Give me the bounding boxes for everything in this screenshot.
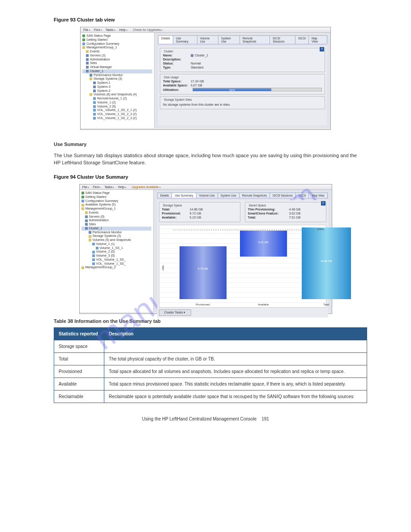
tree-node[interactable]: VOL_Volume_1_SS_2_1 (2)	[82, 108, 152, 112]
bar-total: 14.88 GB	[302, 227, 351, 299]
tree-node[interactable]: System-3	[82, 85, 152, 89]
tree-node[interactable]: Cluster_1	[82, 69, 152, 73]
sites-fieldset: Storage System Sites No storage systems …	[160, 96, 325, 109]
tab-iscsi-sessions[interactable]: iSCSI Sessions	[270, 193, 296, 198]
tree-node[interactable]: Administration	[82, 58, 152, 62]
desc-key: Description:	[163, 58, 190, 61]
tree-node[interactable]: Volume_3 (0)	[81, 254, 151, 258]
tree-node[interactable]: Volume_2 (0)	[82, 105, 152, 109]
tab-details[interactable]: Details	[157, 193, 172, 198]
tree-node[interactable]: VOL_Volume_1_SS_2_2 (2)	[82, 112, 152, 116]
st-total-v: 14.88 GB	[189, 208, 203, 211]
tree-node[interactable]: System-2	[82, 89, 152, 93]
tab-iscsi[interactable]: iSCSI	[295, 193, 309, 198]
tree-node[interactable]: Configuration Summary	[82, 42, 152, 46]
tab-bar2: DetailsUse SummaryVolume UseSystem UseRe…	[157, 193, 328, 198]
tree-node[interactable]: ManagementGroup_2	[81, 266, 151, 270]
tree-node[interactable]: Administration	[81, 219, 151, 223]
tree-node[interactable]: Volumes (8) and Snapshots (4)	[82, 93, 152, 97]
menu-file[interactable]: File	[83, 28, 90, 31]
tree-node[interactable]: ManagementGroup_1	[81, 207, 151, 211]
nav-tree[interactable]: SAN Status PageGetting StartedConfigurat…	[81, 33, 154, 128]
tab-volume-use[interactable]: Volume Use	[196, 193, 218, 198]
tab-map-view[interactable]: Map View	[308, 35, 327, 44]
tree-node[interactable]: Servers (0)	[81, 215, 151, 219]
tab-remote-snapshots[interactable]: Remote Snapshots	[239, 193, 270, 198]
tree-node[interactable]: VOL_Volume_1_SS_2_3 (2)	[82, 116, 152, 120]
tree-node[interactable]: Storage Systems (3)	[81, 234, 151, 238]
tree-node[interactable]: VOL_Volume_1_SS_	[81, 258, 151, 262]
pct-line-label: 100%	[317, 228, 324, 231]
tree-node[interactable]: Performance Monitor	[81, 231, 151, 235]
table-cell: Reclaimable	[54, 390, 104, 403]
st-total-k: Total:	[162, 208, 189, 211]
nav-tree2[interactable]: SAN Status PageGetting StartedConfigurat…	[80, 190, 154, 312]
tree-node[interactable]: Servers (2)	[82, 54, 152, 58]
sv-sc-v: 3.02 GB	[289, 212, 300, 215]
table-cell: The total physical capacity of the clust…	[104, 353, 367, 365]
tab-volume-use[interactable]: Volume Use	[197, 35, 219, 44]
y-axis-label: GBs	[161, 265, 164, 270]
bar-avail-label: 5.15 GB	[240, 241, 287, 244]
tree-node[interactable]: Cluster_1	[81, 227, 151, 231]
tree-node[interactable]: SAN Status Page	[81, 191, 151, 195]
tab-map-view[interactable]: Map View	[308, 193, 327, 198]
tree-node[interactable]: Volumes (5) and Snapshots	[81, 238, 151, 242]
tree-node[interactable]: VOL_Volume_1_SS_	[81, 262, 151, 266]
tree-node[interactable]: System-1	[82, 81, 152, 85]
cluster-tasks-button[interactable]: Cluster Tasks ▾	[159, 309, 191, 316]
tree-node[interactable]: Volume_2 (0)	[81, 250, 151, 254]
menu-tasks[interactable]: Tasks	[106, 28, 116, 31]
menu-find[interactable]: Find	[93, 185, 101, 189]
xlabel-prov: Provisioned	[180, 303, 227, 306]
storage-space-fieldset: Storage Space Total: 14.88 GB Provisione…	[159, 202, 240, 222]
tree-node[interactable]: Volume_1 (2)	[82, 101, 152, 105]
table-cell: Reclaimable space is potentially availab…	[104, 390, 367, 403]
menu-file[interactable]: File	[82, 185, 90, 189]
tab-remote-snapshots[interactable]: Remote Snapshots	[240, 35, 270, 44]
type-value: Standard	[191, 66, 203, 69]
utilization-bar: 61%	[193, 88, 322, 91]
tree-node[interactable]: Performance Monitor	[82, 73, 152, 77]
tab-system-use[interactable]: System Use	[218, 35, 240, 44]
check-upgrades[interactable]: Check for Upgrades	[133, 28, 163, 31]
tab-iscsi-sessions[interactable]: iSCSI Sessions	[270, 35, 295, 44]
avail-key: Available Space:	[163, 84, 190, 87]
tree-node[interactable]: Configuration Summary	[81, 199, 151, 203]
tab-details[interactable]: Details	[158, 35, 173, 44]
tree-node[interactable]: Virtual Manager	[82, 65, 152, 69]
menu-find[interactable]: Find	[94, 28, 102, 31]
details-panel: ? Cluster Name: Cluster_1 Description: S…	[158, 46, 327, 125]
main-pane: DetailsUse SummaryVolume UseSystem UseRe…	[154, 33, 330, 128]
tree-node[interactable]: RemoteVolume_1 (2)	[82, 97, 152, 101]
tree-node[interactable]: Sites	[82, 61, 152, 65]
sv-thin-v: 4.48 GB	[289, 208, 300, 211]
tree-node[interactable]: SAN Status Page	[82, 34, 152, 38]
tree-node[interactable]: Volume_1 (1)	[81, 242, 151, 246]
storage-legend: Storage Space	[162, 204, 237, 207]
tree-node[interactable]: ManagementGroup_1	[82, 46, 152, 50]
use-summary-chart: GBs 9.72 GB 5.15 GB 14.88 GB 100% Provis…	[159, 225, 326, 308]
menu-help[interactable]: Help	[118, 185, 126, 189]
tab-system-use[interactable]: System Use	[218, 193, 240, 198]
tree-node[interactable]: Storage Systems (3)	[82, 77, 152, 81]
tab-use-summary[interactable]: Use Summary	[171, 193, 196, 198]
tab-iscsi[interactable]: iSCSI	[295, 35, 309, 44]
help-icon[interactable]: ?	[321, 201, 325, 206]
use-summary-heading: Use Summary	[54, 141, 357, 148]
menu-help[interactable]: Help	[119, 28, 128, 31]
tree-node[interactable]: Sites	[81, 223, 151, 227]
upgrades-available[interactable]: Upgrades Available	[132, 185, 161, 189]
tree-node[interactable]: Getting Started	[81, 195, 151, 199]
tab-use-summary[interactable]: Use Summary	[173, 35, 197, 44]
main-pane2: DetailsUse SummaryVolume UseSystem UseRe…	[154, 190, 332, 312]
table-cell: Provisioned	[54, 365, 104, 378]
tree-node[interactable]: Getting Started	[82, 38, 152, 42]
avail-value: 6.67 GB	[191, 84, 202, 87]
tree-node[interactable]: Events	[82, 50, 152, 54]
tree-node[interactable]: Events	[81, 211, 151, 215]
help-icon[interactable]: ?	[320, 47, 324, 51]
tree-node[interactable]: Available Systems (5)	[81, 203, 151, 207]
tree-node[interactable]: Volume_1_SS_1	[81, 246, 151, 250]
menu-tasks[interactable]: Tasks	[104, 185, 114, 189]
